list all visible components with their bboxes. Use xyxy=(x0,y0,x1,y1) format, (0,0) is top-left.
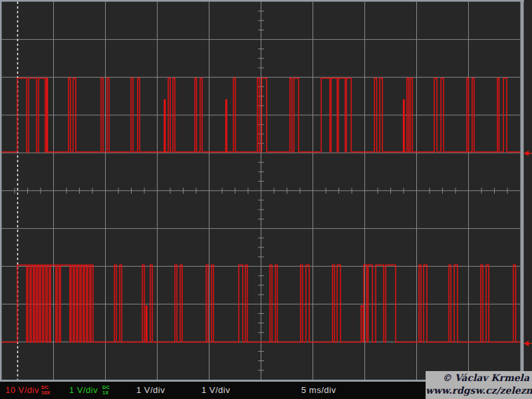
ch1-coupling-badge[interactable]: DC 10X xyxy=(41,382,50,399)
ch1-scale-readout[interactable]: 10 V/div xyxy=(5,382,39,399)
timebase-readout[interactable]: 5 ms/div xyxy=(301,382,336,399)
oscilloscope-screen: 10 V/div DC 10X 1 V/div DC 1X 1 V/div 1 … xyxy=(0,0,532,399)
plot-border-left xyxy=(0,0,2,380)
plot-border-top xyxy=(0,0,524,2)
waveform-plot xyxy=(0,0,532,399)
plot-border-right xyxy=(521,0,524,380)
watermark-url: www.rdgsw.cz/zeleznice xyxy=(426,384,529,397)
ch2-probe-factor: 1X xyxy=(102,390,110,396)
ch2-scale-readout[interactable]: 1 V/div xyxy=(69,382,98,399)
watermark: © Václav Krmela www.rdgsw.cz/zeleznice xyxy=(426,371,532,399)
watermark-author: © Václav Krmela xyxy=(426,372,529,384)
ch3-scale-readout[interactable]: 1 V/div xyxy=(136,382,165,399)
ch4-scale-readout[interactable]: 1 V/div xyxy=(201,382,230,399)
ch1-probe-factor: 10X xyxy=(41,390,50,396)
ch2-coupling-badge[interactable]: DC 1X xyxy=(102,382,110,399)
